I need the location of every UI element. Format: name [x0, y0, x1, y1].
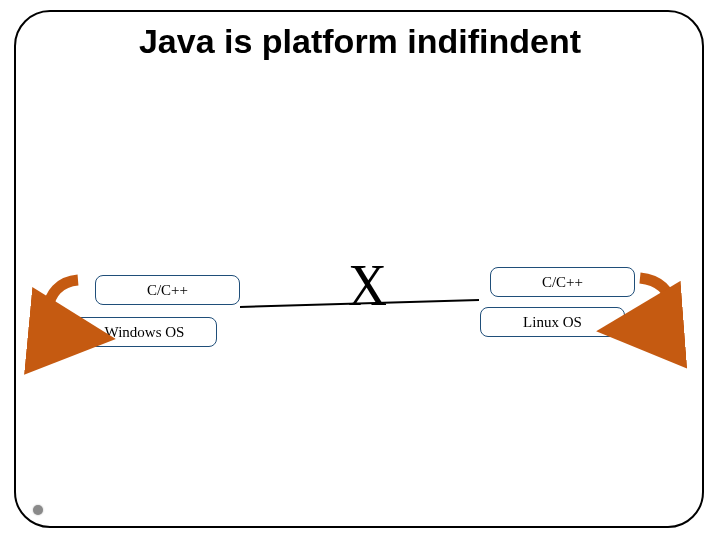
- right-arrow-icon: [0, 0, 720, 540]
- corner-dot-icon: [33, 505, 43, 515]
